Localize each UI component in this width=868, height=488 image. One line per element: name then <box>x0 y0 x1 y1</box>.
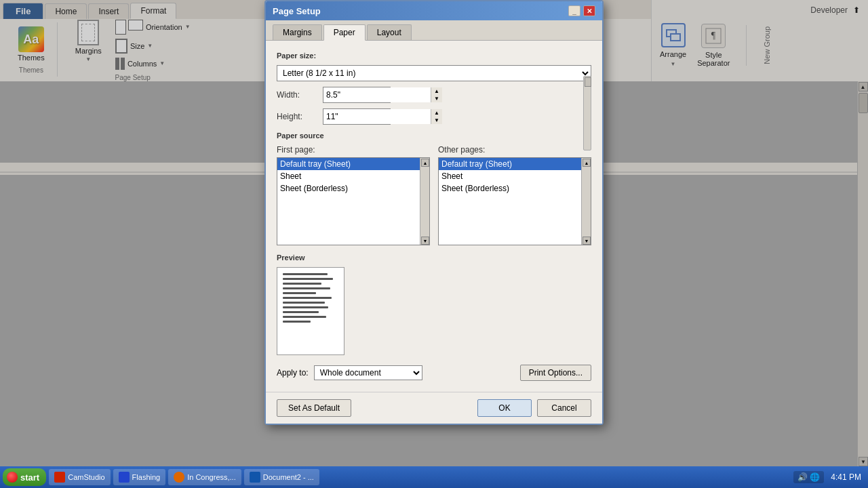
dialog-tab-paper[interactable]: Paper <box>323 24 366 41</box>
preview-line-5 <box>283 292 316 294</box>
browser-icon <box>174 472 184 483</box>
taskbar-time: 4:41 PM <box>827 471 865 483</box>
taskbar: start CamStudio Flashing In Congress,...… <box>0 466 868 488</box>
apply-to-select[interactable]: Whole document This point forward <box>314 365 422 380</box>
taskbar-item-flashing[interactable]: Flashing <box>113 469 166 485</box>
start-orb-icon <box>7 472 18 483</box>
taskbar-item-browser[interactable]: In Congress,... <box>168 469 241 485</box>
other-pages-group: Other pages: Default tray (Sheet) Sheet … <box>438 145 591 245</box>
width-up-btn[interactable]: ▲ <box>431 87 442 95</box>
preview-label: Preview <box>277 253 591 262</box>
other-pages-item-2[interactable]: Sheet (Borderless) <box>439 182 591 195</box>
width-spinner-btns: ▲ ▼ <box>431 87 442 102</box>
apply-to-row: Apply to: Whole document This point forw… <box>277 365 591 381</box>
first-page-scroll-down[interactable]: ▼ <box>421 237 429 245</box>
preview-line-1 <box>283 273 328 275</box>
height-up-btn[interactable]: ▲ <box>431 109 442 117</box>
first-page-item-1[interactable]: Sheet <box>277 170 429 182</box>
systray-icons: 🔊 🌐 <box>797 472 820 482</box>
set-as-default-button[interactable]: Set As Default <box>277 399 351 417</box>
preview-box <box>277 267 344 355</box>
width-down-btn[interactable]: ▼ <box>431 95 442 102</box>
dialog-minimize-btn[interactable]: _ <box>568 5 580 16</box>
dialog-controls: _ ✕ <box>568 5 595 16</box>
footer-left: Set As Default <box>277 399 351 417</box>
paper-size-select[interactable]: Letter (8 1/2 x 11 in) Legal (8 1/2 x 14… <box>277 65 591 81</box>
other-pages-label: Other pages: <box>438 145 591 155</box>
preview-line-8 <box>283 306 328 308</box>
start-label: start <box>20 472 39 483</box>
paper-size-row: Letter (8 1/2 x 11 in) Legal (8 1/2 x 14… <box>277 65 591 81</box>
preview-line-11 <box>283 321 311 323</box>
taskbar-item-camstudio[interactable]: CamStudio <box>49 469 110 485</box>
first-page-label: First page: <box>277 145 430 155</box>
height-down-btn[interactable]: ▼ <box>431 117 442 124</box>
systray: 🔊 🌐 <box>793 471 824 483</box>
dialog-tab-layout[interactable]: Layout <box>367 24 412 40</box>
word-icon <box>250 472 260 483</box>
dialog-close-btn[interactable]: ✕ <box>583 5 595 16</box>
paper-size-section-label: Paper size: <box>277 52 591 60</box>
height-label: Height: <box>277 112 317 121</box>
width-input[interactable]: 8.5" <box>323 87 431 102</box>
cancel-button[interactable]: Cancel <box>537 399 591 417</box>
word-label: Document2 - ... <box>263 473 314 481</box>
paper-source-label: Paper source <box>277 131 591 140</box>
preview-line-9 <box>283 311 319 313</box>
first-page-group: First page: Default tray (Sheet) Sheet S… <box>277 145 430 245</box>
dialog-title: Page Setup <box>273 6 321 16</box>
width-row: Width: 8.5" ▲ ▼ <box>277 87 591 103</box>
flashing-label: Flashing <box>132 473 161 481</box>
preview-line-4 <box>283 287 330 289</box>
start-button[interactable]: start <box>3 468 46 486</box>
other-pages-item-0[interactable]: Default tray (Sheet) <box>439 158 591 170</box>
camstudio-label: CamStudio <box>68 473 104 481</box>
dialog-footer: Set As Default OK Cancel <box>266 392 602 424</box>
dialog-titlebar: Page Setup _ ✕ <box>266 1 602 20</box>
dialog-tab-margins[interactable]: Margins <box>273 24 322 40</box>
first-page-item-2[interactable]: Sheet (Borderless) <box>277 182 429 195</box>
preview-section: Preview <box>277 253 591 355</box>
camstudio-icon <box>54 472 65 483</box>
dialog-right-scrollbar[interactable] <box>583 76 591 150</box>
preview-line-6 <box>283 297 332 299</box>
first-page-scrollbar[interactable]: ▲ ▼ <box>420 158 429 245</box>
dialog-body: Paper size: Letter (8 1/2 x 11 in) Legal… <box>266 41 602 392</box>
width-spinner: 8.5" ▲ ▼ <box>323 87 391 103</box>
width-label: Width: <box>277 90 317 100</box>
paper-source-section: Paper source First page: Default tray (S… <box>277 131 591 245</box>
preview-line-10 <box>283 316 326 318</box>
height-spinner-btns: ▲ ▼ <box>431 109 442 124</box>
flashing-icon <box>119 472 130 483</box>
print-options-button[interactable]: Print Options... <box>520 365 591 381</box>
taskbar-right: 🔊 🌐 4:41 PM <box>793 471 865 483</box>
apply-to-label: Apply to: <box>277 368 309 378</box>
other-pages-list[interactable]: Default tray (Sheet) Sheet Sheet (Border… <box>438 157 591 245</box>
other-pages-scroll-up[interactable]: ▲ <box>583 159 591 167</box>
other-pages-scrollbar[interactable]: ▲ ▼ <box>581 158 591 245</box>
dialog-scroll-thumb <box>585 77 591 87</box>
first-page-list[interactable]: Default tray (Sheet) Sheet Sheet (Border… <box>277 157 430 245</box>
first-page-item-0[interactable]: Default tray (Sheet) <box>277 158 429 170</box>
height-input[interactable]: 11" <box>323 109 431 124</box>
taskbar-item-word[interactable]: Document2 - ... <box>244 469 319 485</box>
preview-line-7 <box>283 302 325 304</box>
ok-button[interactable]: OK <box>477 399 532 417</box>
first-page-scroll-up[interactable]: ▲ <box>421 159 429 167</box>
other-pages-scroll-down[interactable]: ▼ <box>583 237 591 245</box>
height-row: Height: 11" ▲ ▼ <box>277 108 591 125</box>
height-spinner: 11" ▲ ▼ <box>323 108 391 125</box>
dialog-tab-bar: Margins Paper Layout <box>266 20 602 41</box>
footer-right: OK Cancel <box>477 399 591 417</box>
preview-line-3 <box>283 283 321 285</box>
other-pages-item-1[interactable]: Sheet <box>439 170 591 182</box>
browser-label: In Congress,... <box>187 473 236 481</box>
preview-line-2 <box>283 278 333 280</box>
paper-source-row: First page: Default tray (Sheet) Sheet S… <box>277 145 591 245</box>
page-setup-dialog: Page Setup _ ✕ Margins Paper Layout Pape… <box>264 0 604 425</box>
